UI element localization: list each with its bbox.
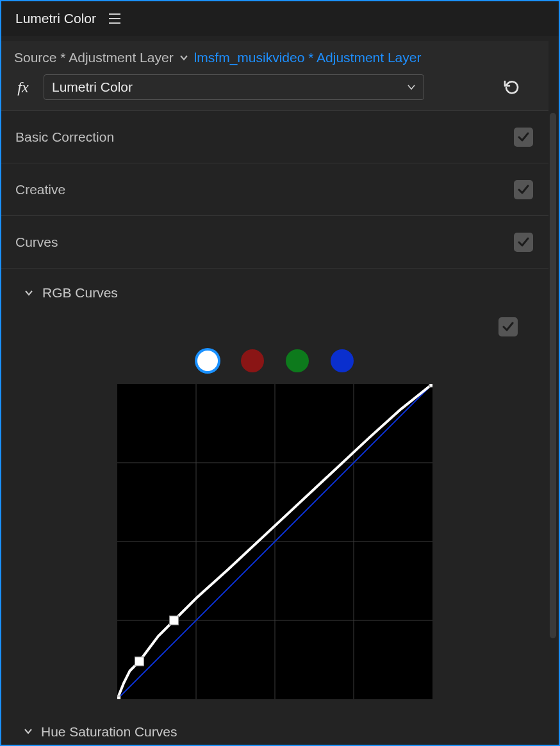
section-creative[interactable]: Creative (1, 163, 548, 215)
section-label: Curves (15, 235, 58, 250)
panel-menu-icon[interactable] (109, 13, 120, 24)
rgb-curves-header[interactable]: RGB Curves (17, 269, 533, 317)
section-curves[interactable]: Curves (1, 215, 548, 268)
lumetri-color-panel: Lumetri Color Source * Adjustment Layer … (0, 0, 560, 746)
source-dest-breadcrumb: Source * Adjustment Layer lmsfm_musikvid… (1, 41, 548, 72)
reset-effect-icon[interactable] (501, 76, 523, 98)
panel-scroll-content: Source * Adjustment Layer lmsfm_musikvid… (1, 36, 548, 745)
curve-canvas-wrap (17, 384, 533, 703)
curve-channel-selector (17, 345, 533, 384)
curves-body: RGB Curves (1, 268, 548, 745)
rgb-curves-label: RGB Curves (42, 285, 118, 301)
panel-title-bar: Lumetri Color (1, 1, 559, 36)
svg-rect-6 (117, 696, 120, 699)
source-clip-label[interactable]: Source * Adjustment Layer (14, 50, 174, 65)
svg-rect-9 (429, 384, 432, 387)
curve-canvas[interactable] (117, 384, 432, 699)
section-basic-correction[interactable]: Basic Correction (1, 110, 548, 163)
chevron-down-icon[interactable] (179, 53, 189, 63)
svg-rect-7 (135, 657, 144, 666)
rgb-curves-checkbox[interactable] (498, 317, 518, 336)
effect-dropdown-label: Lumetri Color (52, 79, 133, 95)
creative-checkbox[interactable] (514, 180, 533, 199)
section-label: Basic Correction (15, 129, 114, 145)
chevron-down-icon (23, 725, 33, 740)
sequence-clip-label[interactable]: lmsfm_musikvideo * Adjustment Layer (194, 50, 422, 65)
hue-saturation-header[interactable]: Hue Saturation Curves (17, 709, 533, 745)
chevron-down-icon (407, 83, 416, 92)
panel-body: Source * Adjustment Layer lmsfm_musikvid… (1, 36, 559, 745)
hue-saturation-label: Hue Saturation Curves (41, 724, 177, 740)
channel-red-dot[interactable] (241, 349, 264, 372)
channel-green-dot[interactable] (286, 349, 309, 372)
svg-rect-8 (170, 616, 179, 625)
effect-dropdown[interactable]: Lumetri Color (44, 74, 424, 100)
fx-toggle-icon[interactable]: fx (14, 79, 32, 96)
curves-checkbox[interactable] (514, 233, 533, 252)
rgb-curves-enable-row (17, 317, 533, 345)
scrollbar-thumb[interactable] (550, 113, 556, 638)
channel-blue-dot[interactable] (331, 349, 354, 372)
basic-correction-checkbox[interactable] (514, 128, 533, 147)
channel-luma-dot[interactable] (197, 351, 218, 371)
chevron-down-icon (23, 287, 35, 299)
section-label: Creative (15, 182, 65, 197)
vertical-scrollbar[interactable] (548, 36, 557, 745)
panel-title: Lumetri Color (15, 11, 96, 26)
effect-selector-row: fx Lumetri Color (1, 72, 548, 110)
